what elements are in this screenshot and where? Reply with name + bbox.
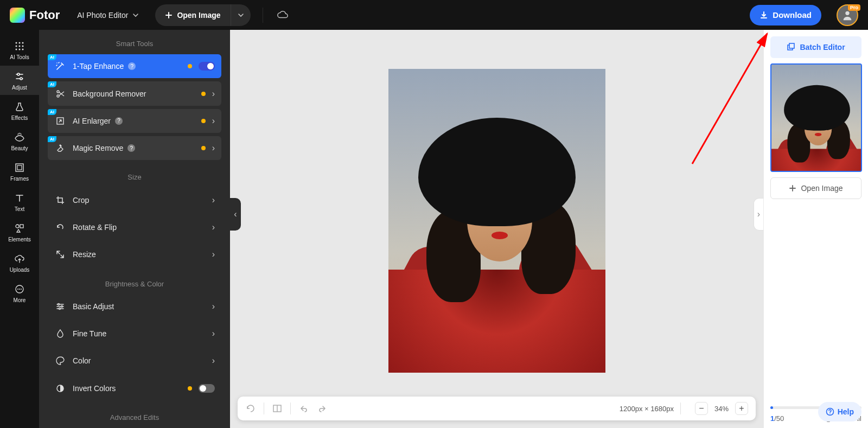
svg-point-23 [58, 303, 60, 305]
undo-icon[interactable] [298, 403, 309, 414]
rail-item-beauty[interactable]: Beauty [0, 126, 39, 156]
download-button[interactable]: Download [750, 5, 821, 25]
drop-icon [54, 329, 66, 338]
more-icon [14, 283, 25, 295]
rail-item-frames[interactable]: Frames [0, 157, 39, 186]
help-button[interactable]: Help [818, 402, 861, 421]
rotate-icon [54, 222, 66, 232]
premium-dot [188, 386, 192, 391]
svg-point-17 [17, 289, 18, 290]
tool-magic-remove[interactable]: AI Magic Remove? › [48, 136, 221, 160]
pro-badge: Pro [848, 4, 860, 11]
eraser-icon [54, 143, 66, 153]
batch-label: Batch Editor [800, 43, 845, 52]
zoom-in-button[interactable]: + [735, 402, 748, 415]
rail-label: AI Tools [10, 54, 29, 60]
svg-point-10 [17, 73, 20, 75]
rail-item-elements[interactable]: Elements [0, 218, 39, 247]
enhance-toggle[interactable] [199, 62, 215, 71]
premium-dot [201, 119, 206, 123]
tool-label: Invert Colors [73, 384, 116, 393]
rail-item-uploads[interactable]: Uploads [0, 248, 39, 277]
rail-item-adjust[interactable]: Adjust [0, 66, 39, 95]
canvas-area[interactable]: 1200px × 1680px − 34% + [230, 30, 763, 428]
chevron-right-icon: › [212, 222, 215, 232]
tool-basic-adjust[interactable]: Basic Adjust › [48, 295, 221, 318]
open-image-label: Open Image [801, 184, 843, 193]
open-image-button-right[interactable]: Open Image [770, 177, 861, 199]
wand-icon [54, 61, 66, 71]
photo-illustration [388, 69, 605, 373]
logo-text: Fotor [29, 8, 60, 22]
chevron-right-icon: › [212, 89, 215, 99]
flask-icon [14, 101, 25, 113]
plus-icon [165, 11, 173, 19]
invert-toggle[interactable] [199, 384, 215, 393]
svg-point-9 [22, 48, 24, 50]
tool-color[interactable]: Color › [48, 349, 221, 373]
collapse-right-panel[interactable]: › [754, 198, 763, 231]
zoom-value[interactable]: 34% [714, 405, 729, 413]
svg-point-20 [57, 91, 59, 93]
tool-invert-colors[interactable]: Invert Colors [48, 376, 221, 400]
right-panel: Batch Editor Open Image 1/50 [763, 30, 868, 428]
tool-fine-tune[interactable]: Fine Tune › [48, 322, 221, 346]
left-nav-rail: AI Tools Adjust Effects Beauty Frames Te… [0, 30, 39, 428]
sliders-icon [14, 71, 25, 82]
svg-rect-12 [16, 164, 23, 171]
open-image-dropdown[interactable] [231, 4, 251, 26]
chevron-right-icon: › [212, 356, 215, 366]
tool-bg-remover[interactable]: AI Background Remover › [48, 81, 221, 105]
tool-label: 1-Tap Enhance [73, 62, 124, 71]
svg-rect-15 [20, 225, 23, 228]
logo[interactable]: Fotor [10, 8, 60, 23]
mode-selector[interactable]: AI Photo Editor [77, 11, 139, 20]
open-image-button[interactable]: Open Image [155, 11, 230, 20]
svg-point-21 [57, 95, 59, 97]
compare-icon[interactable] [272, 403, 283, 414]
collapse-tools-panel[interactable]: ‹ [230, 198, 241, 231]
tool-rotate-flip[interactable]: Rotate & Flip › [48, 215, 221, 239]
section-header-advanced: Advanced Edits [39, 404, 230, 428]
tool-resize[interactable]: Resize › [48, 242, 221, 266]
redo-icon[interactable] [317, 403, 328, 414]
rail-item-effects[interactable]: Effects [0, 96, 39, 125]
separator [263, 8, 263, 23]
plus-icon [789, 184, 796, 192]
cloud-sync-button[interactable] [275, 8, 290, 23]
help-icon[interactable]: ? [128, 62, 136, 70]
help-icon[interactable]: ? [127, 144, 135, 152]
tool-label: Crop [73, 196, 89, 205]
rail-item-ai-tools[interactable]: AI Tools [0, 35, 39, 65]
rail-label: More [14, 297, 26, 303]
user-avatar[interactable]: Pro [837, 4, 858, 26]
help-icon [826, 407, 834, 416]
zoom-out-button[interactable]: − [695, 402, 708, 415]
svg-point-18 [19, 289, 20, 290]
tool-label: Basic Adjust [73, 302, 114, 311]
invert-icon [54, 384, 66, 393]
tool-ai-enlarger[interactable]: AI AI Enlarger? › [48, 109, 221, 133]
open-image-button-group: Open Image [155, 4, 250, 26]
canvas-image[interactable] [388, 69, 605, 373]
tool-label: Resize [73, 250, 96, 259]
batch-editor-button[interactable]: Batch Editor [770, 36, 861, 58]
rail-item-more[interactable]: More [0, 278, 39, 308]
image-thumbnail[interactable] [770, 63, 862, 172]
canvas-status-bar: 1200px × 1680px − 34% + [238, 397, 756, 420]
tool-crop[interactable]: Crop › [48, 188, 221, 212]
history-icon[interactable] [245, 403, 256, 414]
ai-badge: AI [48, 136, 56, 142]
grid-icon [14, 40, 25, 52]
scissors-icon [54, 89, 66, 99]
rail-item-text[interactable]: Text [0, 187, 39, 216]
premium-dot [201, 146, 206, 150]
tool-1tap-enhance[interactable]: AI 1-Tap Enhance? [48, 54, 221, 78]
tool-label: Color [73, 356, 91, 365]
tool-label: AI Enlarger [73, 117, 111, 125]
chevron-down-icon [132, 12, 139, 18]
help-icon[interactable]: ? [115, 117, 123, 125]
section-header-smart: Smart Tools [39, 30, 230, 54]
logo-icon [10, 8, 25, 23]
svg-point-19 [21, 289, 22, 290]
